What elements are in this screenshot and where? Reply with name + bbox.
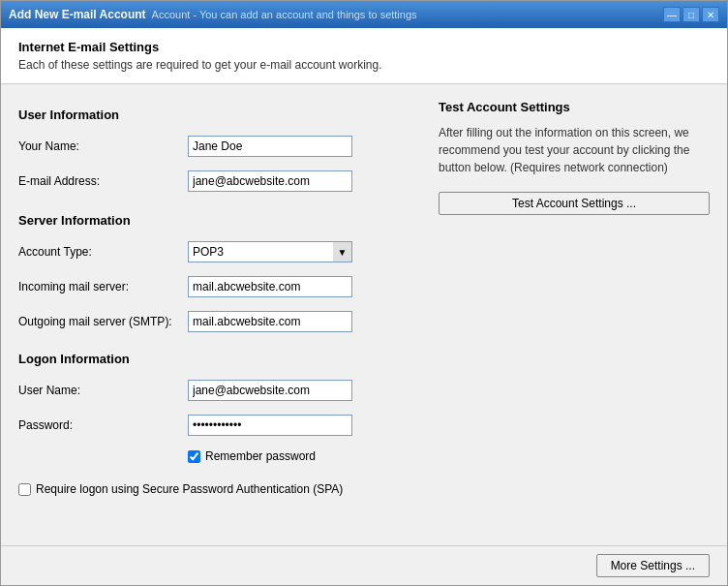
your-name-row: Your Name:	[18, 136, 419, 157]
outgoing-mail-input[interactable]	[188, 311, 352, 332]
your-name-label: Your Name:	[18, 139, 188, 153]
email-address-label: E-mail Address:	[18, 174, 188, 188]
incoming-mail-row: Incoming mail server:	[18, 276, 419, 297]
password-label: Password:	[18, 418, 188, 432]
header-subtitle: Each of these settings are required to g…	[18, 58, 710, 72]
your-name-input[interactable]	[188, 136, 352, 157]
outgoing-mail-label: Outgoing mail server (SMTP):	[18, 315, 188, 328]
outgoing-mail-row: Outgoing mail server (SMTP):	[18, 311, 419, 332]
incoming-mail-input[interactable]	[188, 276, 352, 297]
header-section: Internet E-mail Settings Each of these s…	[1, 28, 727, 84]
user-name-input[interactable]	[188, 380, 352, 401]
window-subtitle: Account - You can add an account and thi…	[152, 9, 417, 20]
password-input[interactable]	[188, 415, 352, 436]
logon-info-section-title: Logon Information	[18, 352, 419, 366]
user-info-section-title: User Information	[18, 108, 419, 122]
server-info-section-title: Server Information	[18, 213, 419, 228]
close-button[interactable]: ✕	[702, 7, 719, 22]
spa-checkbox[interactable]	[18, 483, 31, 496]
account-type-label: Account Type:	[18, 245, 188, 259]
email-address-input[interactable]	[188, 170, 352, 192]
minimize-button[interactable]: —	[663, 7, 681, 22]
more-settings-button[interactable]: More Settings ...	[596, 554, 710, 577]
remember-password-row: Remember password	[188, 449, 419, 463]
main-content: User Information Your Name: E-mail Addre…	[1, 84, 727, 545]
remember-password-label: Remember password	[205, 449, 316, 463]
test-account-description: After filling out the information on thi…	[439, 124, 710, 176]
header-title: Internet E-mail Settings	[18, 40, 710, 54]
title-bar-buttons: — □ ✕	[663, 7, 719, 22]
main-window: Add New E-mail Account Account - You can…	[0, 0, 728, 586]
password-row: Password:	[18, 415, 419, 436]
remember-password-checkbox[interactable]	[188, 450, 200, 463]
spa-label: Require logon using Secure Password Auth…	[36, 482, 343, 496]
window-title: Add New E-mail Account	[9, 8, 146, 21]
spa-row: Require logon using Secure Password Auth…	[18, 482, 419, 496]
incoming-mail-label: Incoming mail server:	[18, 280, 188, 293]
user-name-row: User Name:	[18, 380, 419, 401]
account-type-row: Account Type: POP3 IMAP ▼	[18, 241, 419, 262]
test-account-button[interactable]: Test Account Settings ...	[439, 192, 710, 215]
account-type-container: POP3 IMAP ▼	[188, 241, 352, 262]
right-panel: Test Account Settings After filling out …	[439, 100, 710, 530]
email-address-row: E-mail Address:	[18, 170, 419, 192]
title-bar-left: Add New E-mail Account Account - You can…	[9, 8, 417, 21]
account-type-select[interactable]: POP3 IMAP	[188, 241, 352, 262]
left-panel: User Information Your Name: E-mail Addre…	[18, 100, 419, 530]
title-bar: Add New E-mail Account Account - You can…	[1, 1, 727, 28]
bottom-bar: More Settings ...	[1, 545, 727, 585]
user-name-label: User Name:	[18, 384, 188, 397]
maximize-button[interactable]: □	[682, 7, 700, 22]
test-account-title: Test Account Settings	[439, 100, 710, 114]
